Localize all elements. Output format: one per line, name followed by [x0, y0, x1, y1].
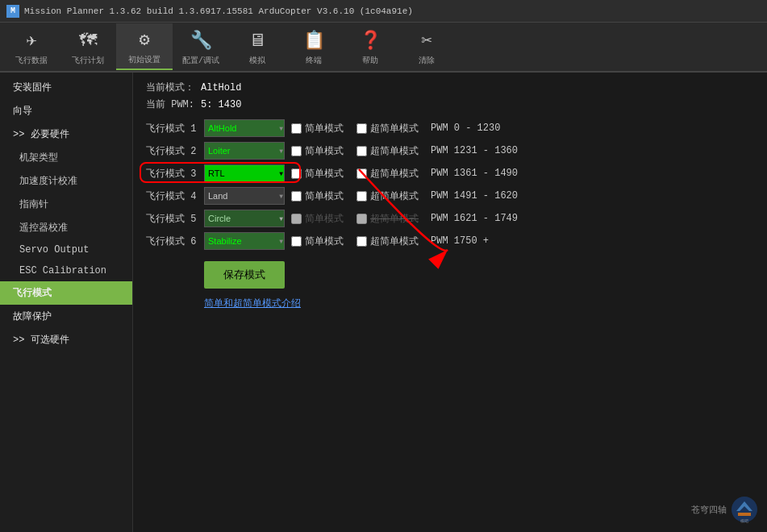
sidebar-item-frame-type[interactable]: 机架类型 — [0, 146, 132, 169]
simulation-icon: 🖥 — [244, 27, 270, 53]
initial-setup-icon: ⚙ — [131, 27, 157, 52]
flight-mode-3-super-simple-label: 超简单模式 — [370, 167, 419, 181]
toolbar-flight-plan-label: 飞行计划 — [72, 55, 104, 66]
flight-mode-4-super-simple-label: 超简单模式 — [370, 189, 419, 203]
flight-mode-5-super-simple-label: 超简单模式 — [370, 212, 419, 226]
toolbar-flight-data-label: 飞行数据 — [15, 55, 48, 66]
terminal-icon: 📋 — [301, 27, 327, 53]
flight-mode-3-simple-checkbox[interactable] — [291, 168, 302, 179]
save-button[interactable]: 保存模式 — [204, 261, 285, 289]
flight-mode-3-label: 飞行模式 3 — [146, 167, 204, 181]
sidebar-item-wizard[interactable]: 向导 — [0, 99, 132, 123]
simple-mode-info-link[interactable]: 简单和超简单模式介绍 — [204, 298, 301, 310]
flight-mode-3-super-simple-checkbox[interactable] — [356, 168, 367, 179]
app-icon: M — [6, 5, 19, 18]
flight-mode-6-simple-label: 简单模式 — [305, 235, 344, 248]
flight-plan-icon: 🗺 — [75, 27, 101, 53]
sidebar-item-failsafe[interactable]: 故障保护 — [0, 305, 132, 328]
watermark-text: 苍穹四轴 — [691, 504, 727, 516]
watermark: 苍穹四轴 模吧 — [691, 495, 759, 524]
flight-mode-5-label: 飞行模式 5 — [146, 212, 204, 226]
flight-mode-5-pwm: PWM 1621 - 1749 — [431, 213, 518, 224]
flight-mode-1-simple-checkbox[interactable] — [291, 123, 302, 134]
current-pwm-value: 5: 1430 — [201, 99, 241, 110]
flight-mode-6-super-simple-check: 超简单模式 — [356, 235, 421, 248]
toolbar-terminal[interactable]: 📋 终端 — [286, 23, 342, 70]
toolbar-config-label: 配置/调试 — [182, 55, 219, 66]
sidebar-item-esc-calibration[interactable]: ESC Calibration — [0, 260, 132, 281]
help-icon: ❓ — [357, 27, 383, 53]
flight-mode-5-simple-label: 简单模式 — [305, 212, 344, 226]
flight-mode-4-super-simple-checkbox[interactable] — [356, 191, 367, 202]
flight-modes-table: 飞行模式 1 AltHold ▼ 简单模式 超简单模式 PWM 0 - 1230 — [146, 119, 754, 250]
toolbar-simulation[interactable]: 🖥 模拟 — [229, 23, 286, 70]
flight-mode-3-simple-label: 简单模式 — [305, 167, 344, 181]
flight-mode-3-select[interactable]: RTL — [204, 164, 285, 182]
flight-mode-1-select-wrapper: AltHold ▼ — [204, 119, 285, 137]
content-area: 当前模式： AltHold 当前 PWM: 5: 1430 飞行模式 1 Alt… — [133, 73, 767, 532]
flight-mode-6-pwm: PWM 1750 + — [431, 235, 489, 247]
flight-mode-5-select[interactable]: Circle — [204, 210, 285, 227]
title-bar: M Mission Planner 1.3.62 build 1.3.6917.… — [0, 0, 767, 23]
flight-mode-2-pwm: PWM 1231 - 1360 — [431, 145, 518, 156]
toolbar-initial-setup-label: 初始设置 — [128, 54, 160, 65]
info-link-section: 简单和超简单模式介绍 — [204, 297, 754, 310]
flight-mode-1-select[interactable]: AltHold — [204, 119, 285, 137]
current-mode-value: AltHold — [201, 82, 241, 94]
toolbar-simulation-label: 模拟 — [249, 55, 265, 66]
flight-mode-2-super-simple-check: 超简单模式 — [356, 144, 421, 158]
sidebar-item-accel-calibration[interactable]: 加速度计校准 — [0, 169, 132, 193]
flight-mode-3-super-simple-check: 超简单模式 — [356, 167, 421, 181]
toolbar-config[interactable]: 🔧 配置/调试 — [173, 23, 229, 70]
flight-mode-6-select-wrapper: Stabilize ▼ — [204, 232, 285, 250]
flight-mode-1-simple-check: 简单模式 — [291, 122, 344, 135]
flight-mode-row-2: 飞行模式 2 Loiter ▼ 简单模式 超简单模式 PWM 1231 - 13… — [146, 142, 754, 160]
flight-mode-6-select[interactable]: Stabilize — [204, 232, 285, 250]
flight-mode-6-super-simple-checkbox[interactable] — [356, 236, 367, 247]
flight-mode-6-simple-check: 简单模式 — [291, 235, 344, 248]
flight-mode-5-super-simple-check: 超简单模式 — [356, 212, 421, 226]
toolbar-flight-data[interactable]: ✈ 飞行数据 — [3, 23, 60, 70]
flight-mode-1-simple-label: 简单模式 — [305, 122, 344, 135]
flight-mode-5-simple-checkbox[interactable] — [291, 214, 302, 224]
flight-mode-row-6: 飞行模式 6 Stabilize ▼ 简单模式 超简单模式 PWM 1750 + — [146, 232, 754, 250]
flight-mode-6-super-simple-label: 超简单模式 — [370, 235, 419, 248]
toolbar-help[interactable]: ❓ 帮助 — [342, 23, 398, 70]
sidebar-item-install-firmware[interactable]: 安装固件 — [0, 76, 132, 99]
flight-mode-2-simple-checkbox[interactable] — [291, 146, 302, 156]
flight-mode-4-label: 飞行模式 4 — [146, 189, 204, 203]
flight-mode-2-super-simple-label: 超简单模式 — [370, 144, 419, 158]
flight-mode-5-select-wrapper: Circle ▼ — [204, 210, 285, 227]
flight-mode-5-super-simple-checkbox[interactable] — [356, 214, 367, 224]
flight-mode-4-simple-checkbox[interactable] — [291, 191, 302, 202]
save-button-row: 保存模式 — [204, 261, 754, 289]
flight-mode-1-label: 飞行模式 1 — [146, 122, 204, 135]
sidebar-item-required-hardware[interactable]: >> 必要硬件 — [0, 123, 132, 146]
sidebar-item-flight-modes[interactable]: 飞行模式 — [0, 281, 132, 305]
flight-mode-1-pwm: PWM 0 - 1230 — [431, 123, 500, 134]
flight-mode-row-5: 飞行模式 5 Circle ▼ 简单模式 超简单模式 PWM 1621 - 17… — [146, 210, 754, 227]
flight-mode-3-select-wrapper: RTL ▼ — [204, 164, 285, 182]
flight-mode-1-super-simple-checkbox[interactable] — [356, 123, 367, 134]
toolbar-terminal-label: 终端 — [306, 55, 322, 66]
sidebar-item-rc-calibration[interactable]: 遥控器校准 — [0, 216, 132, 239]
toolbar-flight-plan[interactable]: 🗺 飞行计划 — [60, 23, 116, 70]
flight-mode-2-select[interactable]: Loiter — [204, 142, 285, 160]
toolbar-initial-setup[interactable]: ⚙ 初始设置 — [116, 23, 173, 70]
flight-mode-1-super-simple-label: 超简单模式 — [370, 122, 419, 135]
flight-mode-4-select-wrapper: Land ▼ — [204, 187, 285, 205]
svg-text:模吧: 模吧 — [740, 518, 748, 524]
flight-mode-4-simple-check: 简单模式 — [291, 189, 344, 203]
sidebar-item-servo-output[interactable]: Servo Output — [0, 239, 132, 260]
flight-mode-row-1: 飞行模式 1 AltHold ▼ 简单模式 超简单模式 PWM 0 - 1230 — [146, 119, 754, 137]
sidebar-item-compass[interactable]: 指南针 — [0, 193, 132, 216]
toolbar-clear[interactable]: ✂ 清除 — [398, 23, 455, 70]
sidebar-item-optional-hardware[interactable]: >> 可选硬件 — [0, 328, 132, 351]
flight-mode-4-select[interactable]: Land — [204, 187, 285, 205]
current-mode-label: 当前模式： — [146, 81, 194, 94]
flight-mode-2-super-simple-checkbox[interactable] — [356, 146, 367, 156]
flight-mode-2-label: 飞行模式 2 — [146, 144, 204, 158]
config-icon: 🔧 — [188, 27, 214, 53]
flight-mode-6-simple-checkbox[interactable] — [291, 236, 302, 247]
clear-icon: ✂ — [414, 27, 440, 53]
